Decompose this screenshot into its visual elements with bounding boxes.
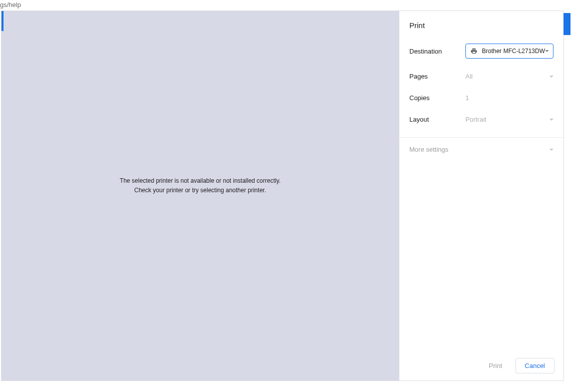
dialog-footer: Print Cancel [399, 351, 563, 380]
destination-select[interactable]: Brother MFC-L2713DW [465, 44, 553, 59]
more-settings-label: More settings [409, 146, 448, 153]
background-accent-left [2, 11, 4, 31]
copies-input[interactable]: 1 [465, 94, 553, 102]
print-preview-pane: The selected printer is not available or… [2, 11, 399, 380]
chevron-down-icon [545, 50, 549, 52]
pages-select[interactable]: All [465, 73, 553, 80]
preview-error-message: The selected printer is not available or… [120, 176, 280, 195]
print-button[interactable]: Print [485, 359, 506, 372]
pages-label: Pages [409, 73, 465, 80]
copies-value: 1 [465, 94, 469, 102]
dialog-title: Print [409, 21, 553, 30]
cancel-button[interactable]: Cancel [515, 358, 554, 373]
pages-value: All [465, 73, 549, 80]
chevron-down-icon [549, 149, 553, 151]
copies-label: Copies [409, 94, 465, 102]
chevron-down-icon [549, 76, 553, 78]
print-dialog: The selected printer is not available or… [1, 11, 564, 381]
layout-select[interactable]: Portrait [465, 116, 553, 123]
preview-error-line1: The selected printer is not available or… [120, 176, 280, 186]
url-fragment: gs/help [0, 0, 575, 11]
layout-value: Portrait [465, 116, 549, 123]
row-pages: Pages All [409, 73, 553, 80]
more-settings-toggle[interactable]: More settings [409, 138, 553, 161]
row-copies: Copies 1 [409, 94, 553, 102]
destination-value: Brother MFC-L2713DW [482, 48, 545, 55]
printer-icon [470, 48, 478, 55]
chevron-down-icon [549, 119, 553, 121]
layout-label: Layout [409, 116, 465, 123]
row-layout: Layout Portrait [409, 116, 553, 123]
preview-error-line2: Check your printer or try selecting anot… [120, 186, 280, 195]
row-destination: Destination Brother MFC-L2713DW [409, 44, 553, 59]
background-accent-right [563, 13, 570, 35]
print-settings-pane: Print Destination Brother MFC-L2713DW Pa… [399, 11, 563, 380]
destination-label: Destination [409, 48, 465, 55]
